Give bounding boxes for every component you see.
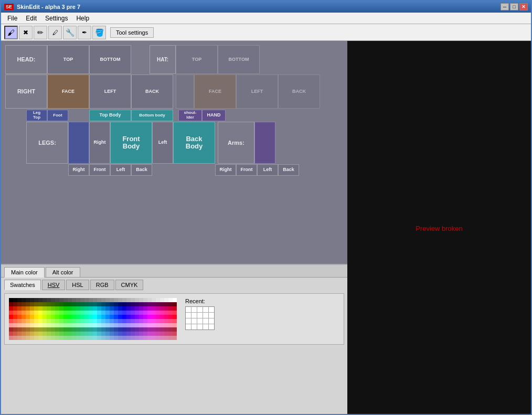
color-swatch-387[interactable] <box>122 336 126 340</box>
color-swatch-36[interactable] <box>160 298 164 302</box>
color-swatch-19[interactable] <box>89 298 93 302</box>
color-swatch-364[interactable] <box>26 336 30 340</box>
color-swatch-359[interactable] <box>173 332 177 336</box>
color-swatch-371[interactable] <box>55 336 59 340</box>
color-swatch-6[interactable] <box>34 298 38 302</box>
color-swatch-232[interactable] <box>143 319 147 323</box>
color-swatch-252[interactable] <box>59 323 63 327</box>
color-swatch-239[interactable] <box>173 319 177 323</box>
color-swatch-33[interactable] <box>147 298 152 302</box>
color-swatch-293[interactable] <box>63 327 68 332</box>
color-swatch-268[interactable] <box>126 323 131 327</box>
color-swatch-180[interactable] <box>93 315 97 319</box>
color-swatch-22[interactable] <box>101 298 105 302</box>
back-body-cell[interactable]: BackBody <box>173 122 215 164</box>
color-swatch-198[interactable] <box>168 315 173 319</box>
menu-edit[interactable]: Edit <box>22 14 41 23</box>
color-swatch-298[interactable] <box>84 327 89 332</box>
color-swatch-108[interactable] <box>126 306 131 311</box>
color-swatch-105[interactable] <box>114 306 118 311</box>
color-swatch-184[interactable] <box>110 315 114 319</box>
color-swatch-315[interactable] <box>156 327 160 332</box>
color-swatch-185[interactable] <box>114 315 118 319</box>
color-swatch-78[interactable] <box>168 302 173 306</box>
color-swatch-393[interactable] <box>147 336 152 340</box>
brush-tool[interactable]: 🖌 <box>4 26 18 39</box>
color-swatch-62[interactable] <box>101 302 105 306</box>
color-swatch-244[interactable] <box>26 323 30 327</box>
color-swatch-342[interactable] <box>101 332 105 336</box>
color-swatch-23[interactable] <box>105 298 110 302</box>
color-swatch-67[interactable] <box>122 302 126 306</box>
recent-cell-18[interactable] <box>197 324 203 329</box>
color-swatch-260[interactable] <box>93 323 97 327</box>
color-swatch-248[interactable] <box>42 323 47 327</box>
color-swatch-357[interactable] <box>164 332 168 336</box>
color-swatch-395[interactable] <box>156 336 160 340</box>
color-swatch-386[interactable] <box>118 336 122 340</box>
color-swatch-21[interactable] <box>97 298 101 302</box>
color-swatch-321[interactable] <box>13 332 17 336</box>
color-swatch-49[interactable] <box>47 302 51 306</box>
color-swatch-166[interactable] <box>34 315 38 319</box>
color-swatch-209[interactable] <box>47 319 51 323</box>
color-swatch-240[interactable] <box>9 323 13 327</box>
color-swatch-279[interactable] <box>173 323 177 327</box>
pencil-tool[interactable]: ✏ <box>34 26 47 39</box>
color-swatch-250[interactable] <box>51 323 55 327</box>
color-swatch-188[interactable] <box>126 315 131 319</box>
recent-cell-5[interactable] <box>209 307 214 312</box>
color-swatch-216[interactable] <box>76 319 80 323</box>
color-swatch-195[interactable] <box>156 315 160 319</box>
color-swatch-199[interactable] <box>173 315 177 319</box>
color-swatch-398[interactable] <box>168 336 173 340</box>
color-swatch-306[interactable] <box>118 327 122 332</box>
color-swatch-353[interactable] <box>147 332 152 336</box>
color-swatch-375[interactable] <box>72 336 76 340</box>
color-swatch-203[interactable] <box>22 319 26 323</box>
color-swatch-83[interactable] <box>22 306 26 311</box>
color-swatch-261[interactable] <box>97 323 101 327</box>
color-swatch-39[interactable] <box>173 298 177 302</box>
color-swatch-354[interactable] <box>152 332 156 336</box>
color-swatch-373[interactable] <box>63 336 68 340</box>
color-swatch-162[interactable] <box>17 315 22 319</box>
color-swatch-397[interactable] <box>164 336 168 340</box>
color-swatch-118[interactable] <box>168 306 173 311</box>
bottom-body-cell[interactable]: Bottom body <box>131 110 173 121</box>
color-swatch-380[interactable] <box>93 336 97 340</box>
color-swatch-190[interactable] <box>135 315 139 319</box>
color-swatch-272[interactable] <box>143 323 147 327</box>
arm-left-cell[interactable]: Left <box>257 164 278 176</box>
menu-file[interactable]: File <box>3 14 22 23</box>
color-swatch-176[interactable] <box>76 315 80 319</box>
color-swatch-143[interactable] <box>105 311 110 315</box>
color-swatch-145[interactable] <box>114 311 118 315</box>
color-swatch-11[interactable] <box>55 298 59 302</box>
color-swatch-4[interactable] <box>26 298 30 302</box>
color-swatch-289[interactable] <box>47 327 51 332</box>
color-swatch-110[interactable] <box>135 306 139 311</box>
color-swatch-355[interactable] <box>156 332 160 336</box>
color-swatch-103[interactable] <box>105 306 110 311</box>
color-swatch-44[interactable] <box>26 302 30 306</box>
color-swatch-16[interactable] <box>76 298 80 302</box>
color-swatch-201[interactable] <box>13 319 17 323</box>
color-swatch-7[interactable] <box>38 298 42 302</box>
color-swatch-89[interactable] <box>47 306 51 311</box>
color-swatch-84[interactable] <box>26 306 30 311</box>
color-swatch-297[interactable] <box>80 327 84 332</box>
color-swatch-391[interactable] <box>139 336 143 340</box>
color-swatch-347[interactable] <box>122 332 126 336</box>
color-swatch-101[interactable] <box>97 306 101 311</box>
color-swatch-300[interactable] <box>93 327 97 332</box>
color-swatch-372[interactable] <box>59 336 63 340</box>
color-swatch-45[interactable] <box>30 302 34 306</box>
color-swatch-308[interactable] <box>126 327 131 332</box>
color-swatch-324[interactable] <box>26 332 30 336</box>
color-swatch-294[interactable] <box>68 327 72 332</box>
color-swatch-290[interactable] <box>51 327 55 332</box>
color-swatch-139[interactable] <box>89 311 93 315</box>
color-swatch-302[interactable] <box>101 327 105 332</box>
color-swatch-106[interactable] <box>118 306 122 311</box>
